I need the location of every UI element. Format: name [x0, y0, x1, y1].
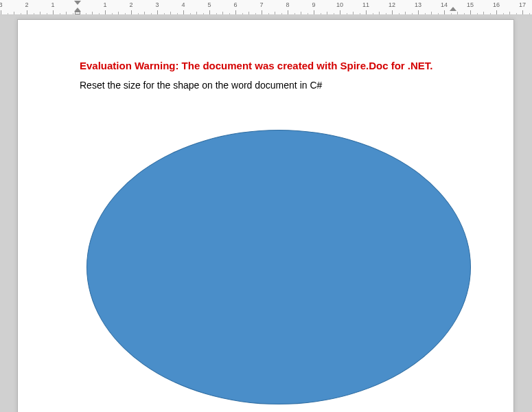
ruler-number: 1	[51, 1, 54, 8]
ruler-tick	[27, 10, 27, 14]
ruler-tick	[464, 13, 465, 14]
ruler-tick	[470, 10, 471, 14]
ruler-tick	[8, 13, 8, 14]
ruler-tick	[509, 12, 510, 14]
ruler-number: 16	[493, 1, 500, 8]
ruler-tick	[177, 13, 178, 14]
document-canvas[interactable]: Evaluation Warning: The document was cre…	[0, 15, 532, 412]
ruler-tick	[242, 13, 243, 14]
ruler-tick	[151, 13, 152, 14]
ruler-tick	[203, 13, 204, 14]
ruler-tick	[516, 13, 517, 14]
ruler-tick	[444, 10, 445, 14]
ruler-tick	[118, 12, 119, 14]
ruler-tick	[483, 12, 484, 14]
ruler-number: 4	[181, 1, 185, 8]
left-indent-box-icon	[75, 12, 80, 14]
ruler-tick	[412, 13, 413, 14]
ruler-tick	[47, 13, 47, 14]
ruler-tick	[451, 13, 452, 14]
ruler-tick	[288, 10, 288, 14]
ruler-number: 6	[233, 1, 237, 8]
horizontal-ruler[interactable]: 321123456789101112131415161718	[0, 0, 532, 15]
ruler-tick	[40, 12, 41, 14]
ruler-tick	[92, 12, 93, 14]
ruler-tick	[235, 10, 236, 14]
ruler-number: 17	[519, 1, 526, 8]
ruler-tick	[438, 13, 439, 14]
ruler-tick	[522, 10, 523, 14]
ruler-tick	[209, 10, 210, 14]
ruler-tick	[248, 12, 249, 14]
ruler-tick	[164, 13, 165, 14]
ruler-tick	[379, 12, 380, 14]
ruler-tick	[216, 13, 217, 14]
right-indent-marker[interactable]	[450, 7, 456, 11]
ruler-tick	[294, 13, 295, 14]
ruler-number: 1	[103, 1, 106, 8]
ruler-tick	[105, 10, 106, 14]
ruler-tick	[60, 13, 60, 14]
ruler-tick	[112, 13, 113, 14]
ellipse-shape[interactable]	[86, 130, 471, 404]
ruler-tick	[183, 10, 184, 14]
ruler-tick	[457, 12, 458, 14]
ruler-tick	[73, 13, 73, 14]
page[interactable]: Evaluation Warning: The document was cre…	[17, 19, 514, 412]
ruler-tick	[347, 13, 347, 14]
ruler-tick	[366, 10, 367, 14]
first-line-indent-icon	[74, 1, 81, 5]
ruler-number: 13	[415, 1, 421, 8]
ruler-tick	[262, 10, 262, 14]
ruler-tick	[229, 13, 230, 14]
ruler-tick	[321, 13, 321, 14]
ruler-number: 2	[25, 1, 28, 8]
ruler-tick	[418, 10, 419, 14]
ruler-tick	[360, 13, 360, 14]
ruler-tick	[386, 13, 386, 14]
ruler-tick	[1, 10, 1, 14]
ruler-tick	[340, 10, 340, 14]
ruler-tick	[373, 13, 373, 14]
ruler-number: 12	[389, 1, 395, 8]
ruler-tick	[392, 10, 393, 14]
ruler-tick	[66, 12, 67, 14]
ruler-tick	[399, 13, 400, 14]
ruler-tick	[144, 12, 145, 14]
ruler-tick	[222, 12, 223, 14]
ruler-tick	[86, 13, 86, 14]
ruler-tick	[99, 13, 100, 14]
page-content: Evaluation Warning: The document was cre…	[18, 20, 513, 91]
ruler-tick	[327, 12, 327, 14]
ruler-tick	[14, 12, 14, 14]
ruler-number: 5	[207, 1, 211, 8]
right-indent-icon	[450, 7, 456, 11]
ruler-tick	[353, 12, 354, 14]
ruler-tick	[490, 13, 491, 14]
ruler-number: 2	[129, 1, 132, 8]
ruler-number: 15	[467, 1, 474, 8]
ruler-number: 7	[259, 1, 263, 8]
ruler-tick	[308, 13, 308, 14]
ruler-number: 3	[0, 1, 3, 8]
ruler-tick	[34, 13, 34, 14]
ruler-number: 8	[286, 1, 289, 8]
ruler-tick	[138, 13, 139, 14]
ruler-tick	[21, 13, 21, 14]
paragraph-text[interactable]: Reset the size for the shape on the word…	[80, 80, 465, 91]
ruler-tick	[131, 10, 132, 14]
ruler-tick	[196, 12, 197, 14]
ruler-tick	[301, 12, 301, 14]
ruler-tick	[125, 13, 126, 14]
evaluation-warning: Evaluation Warning: The document was cre…	[80, 60, 465, 71]
ruler-tick	[53, 10, 54, 14]
ruler-tick	[405, 12, 406, 14]
ruler-number: 11	[362, 1, 369, 8]
ruler-tick	[281, 13, 282, 14]
ruler-tick	[334, 13, 334, 14]
ruler-number: 3	[155, 1, 159, 8]
ruler-tick	[255, 13, 256, 14]
ruler-tick	[170, 12, 171, 14]
ruler-number: 10	[336, 1, 343, 8]
ruler-tick	[529, 13, 530, 14]
